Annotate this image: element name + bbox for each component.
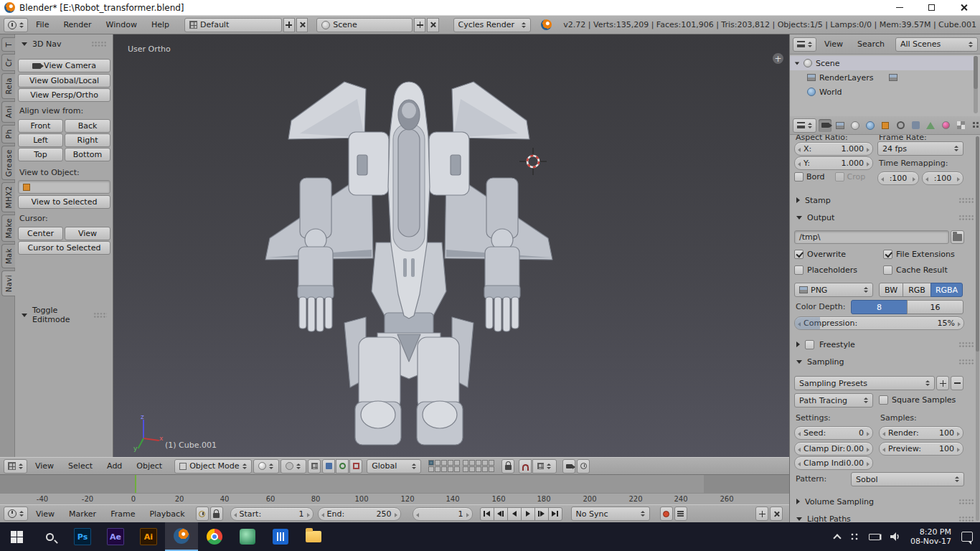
menu-view[interactable]: View [29,461,60,471]
properties-tab-texture[interactable] [954,119,967,132]
sync-mode-selector[interactable]: No Sync [571,507,650,521]
menu-search[interactable]: Search [851,39,891,49]
panel-3dnav-header[interactable]: 3D Nav [15,36,113,52]
view-camera-button[interactable]: View Camera [18,59,110,72]
snap-toggle[interactable] [519,459,532,474]
render-engine-selector[interactable]: Cycles Render [453,18,532,32]
start-frame-field[interactable]: Start: 1 [230,507,314,521]
properties-scrollbar[interactable] [976,136,979,521]
viewport-shading-selector[interactable] [253,459,279,474]
maximize-button[interactable] [915,0,948,16]
pivot-point-selector[interactable] [281,459,306,474]
border-checkbox[interactable] [794,172,804,182]
toolshelf-tab-animation[interactable]: Ani [1,101,15,123]
placeholders-checkbox[interactable] [794,265,804,275]
taskbar-androidstudio[interactable] [231,522,264,551]
menu-playback[interactable]: Playback [143,509,191,519]
clamp-indirect-field[interactable]: Clamp Indi:0.00 [794,456,873,470]
disclosure-icon[interactable] [795,62,799,65]
action-center-icon[interactable] [961,532,973,542]
keyframe-delete-button[interactable] [770,507,783,521]
menu-view[interactable]: View [818,39,849,49]
view-right-button[interactable]: Right [65,133,110,147]
menu-object[interactable]: Object [130,461,169,471]
view-back-button[interactable]: Back [65,119,110,133]
toolshelf-tab-make[interactable]: Make [1,215,15,242]
volume-sampling-panel-header[interactable]: Volume Sampling [790,494,980,509]
preview-samples-field[interactable]: Preview:100 [879,442,963,456]
taskbar-chrome[interactable] [198,522,231,551]
rgb-button[interactable]: RGB [903,283,931,297]
taskbar-photoshop[interactable]: Ps [66,522,99,551]
sampling-presets-selector[interactable]: Sampling Presets [794,376,935,390]
view-left-button[interactable]: Left [18,133,63,147]
menu-frame[interactable]: Frame [104,509,141,519]
toolshelf-tab-grease[interactable]: Grease [1,146,15,180]
outliner-item-renderlayers[interactable]: RenderLayers [790,70,974,85]
cache-result-checkbox[interactable] [883,265,892,275]
remap-old-field[interactable]: :100 [877,171,919,185]
freestyle-panel-header[interactable]: Freestyle [790,336,980,352]
keyframe-insert-button[interactable] [755,507,768,521]
menu-view[interactable]: View [29,509,61,519]
clamp-direct-field[interactable]: Clamp Dir:0.00 [794,442,873,456]
view-persp-ortho-button[interactable]: View Persp/Ortho [18,88,110,102]
sampling-panel-header[interactable]: Sampling [790,354,980,369]
remove-layout-button[interactable] [296,18,308,32]
outliner-item-world[interactable]: World [790,85,974,99]
fps-selector[interactable]: 24 fps [877,141,963,156]
cursor-3d-icon[interactable] [519,147,547,176]
depth-16-button[interactable]: 16 [907,300,963,314]
toolshelf-tab-mak[interactable]: Mak [1,244,15,268]
tray-app-icon[interactable] [850,532,859,541]
close-button[interactable] [948,0,980,16]
layers-widget[interactable] [428,460,494,472]
scene-selector[interactable]: Scene [316,18,413,32]
menu-select[interactable]: Select [62,461,99,471]
play-reverse-button[interactable] [507,507,522,521]
aspect-x-field[interactable]: X:1.000 [794,142,873,156]
outliner-item-scene[interactable]: Scene [790,56,974,70]
toolshelf-tab-navi[interactable]: Navi [1,270,15,296]
depth-8-button[interactable]: 8 [851,300,908,314]
square-samples-checkbox[interactable] [879,395,888,405]
properties-tab-scene[interactable] [849,119,862,132]
properties-tab-constraints[interactable] [894,119,907,132]
view-to-selected-button[interactable]: View to Selected [18,195,110,209]
properties-tab-render[interactable] [819,119,831,132]
pivot-align-toggle[interactable] [308,459,321,474]
editor-type-selector[interactable] [4,507,28,521]
next-keyframe-button[interactable] [534,507,549,521]
minimize-button[interactable] [883,0,915,16]
start-button[interactable] [0,522,33,551]
menu-marker[interactable]: Marker [62,509,103,519]
region-expand-icon[interactable]: + [773,53,783,64]
taskbar-search-button[interactable] [33,522,66,551]
mode-selector[interactable]: Object Mode [174,459,252,474]
taskbar-aftereffects[interactable]: Ae [99,522,132,551]
panel-toggle-editmode-header[interactable]: Toggle Editmode [15,307,113,323]
menu-render[interactable]: Render [57,20,98,29]
taskbar-illustrator[interactable]: Ai [132,522,165,551]
opengl-render-anim-button[interactable] [577,459,590,474]
toolshelf-tab-create[interactable]: Cr [1,54,15,71]
stamp-panel-header[interactable]: Stamp [790,192,980,208]
properties-tab-renderlayers[interactable] [834,119,847,132]
remap-new-field[interactable]: :100 [922,171,963,185]
lock-time-toggle[interactable] [210,507,223,521]
menu-add[interactable]: Add [100,461,128,471]
file-extensions-checkbox[interactable] [883,250,892,259]
opengl-render-button[interactable] [562,459,575,474]
add-preset-button[interactable] [936,376,949,390]
file-format-selector[interactable]: PNG [794,283,873,297]
properties-tab-data[interactable] [924,119,937,132]
taskbar-fileexplorer[interactable] [297,522,330,551]
view-to-object-field[interactable] [18,180,110,194]
toolshelf-tab-mhx2[interactable]: MHX2 [1,182,15,212]
properties-tab-modifiers[interactable] [909,119,922,132]
screen-layout-selector[interactable]: Default [184,18,282,32]
bw-button[interactable]: BW [879,283,903,297]
current-frame-playhead[interactable] [135,475,136,493]
jump-to-end-button[interactable] [548,507,562,521]
cursor-view-button[interactable]: View [65,227,110,240]
